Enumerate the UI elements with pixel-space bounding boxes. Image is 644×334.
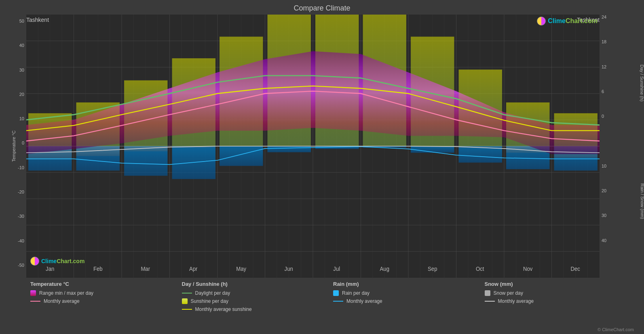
y-axis-right-sunshine-label: Day / Sunshine (h) xyxy=(639,64,644,101)
page-title: Compare Climate xyxy=(4,4,640,13)
legend-swatch-snow xyxy=(485,290,490,296)
legend-swatch-rain xyxy=(333,290,339,296)
legend-title-temperature: Temperature °C xyxy=(30,281,182,287)
legend-swatch-sunshine xyxy=(182,298,188,304)
y-tick-right-20: 20 xyxy=(602,188,640,193)
brand-text-top: ClimeChart.com xyxy=(548,17,598,25)
y-axis-left-label: Temperature °C xyxy=(11,130,16,162)
brand-text-bottom: ClimeChart.com xyxy=(41,258,84,264)
y-axis-right: 24 18 12 6 0 0 10 20 30 40 - Day / Sunsh… xyxy=(600,15,640,278)
chart-area: Temperature °C 50 40 30 20 10 0 -10 -20 … xyxy=(4,15,640,278)
brand-logo-top: ClimeChart.com xyxy=(537,17,598,26)
y-tick-n20: -20 xyxy=(18,189,24,194)
legend-label-daylight: Daylight per day xyxy=(195,290,230,296)
legend-item-snow-bar: Snow per day xyxy=(485,290,636,296)
y-axis-left: Temperature °C 50 40 30 20 10 0 -10 -20 … xyxy=(4,15,26,278)
svg-text:Nov: Nov xyxy=(523,265,533,272)
legend-section-temperature: Temperature °C Range min / max per day M… xyxy=(30,281,182,324)
chart-svg: Jan Feb Mar Apr May Jun Jul Aug Sep Oct … xyxy=(26,15,600,278)
legend-area: Temperature °C Range min / max per day M… xyxy=(4,278,640,326)
legend-item-rain-bar: Rain per day xyxy=(333,290,485,296)
legend-label-sunshine-bar: Sunshine per day xyxy=(191,298,228,304)
copyright: © ClimeChart.com xyxy=(4,327,640,332)
svg-rect-61 xyxy=(220,146,263,166)
logo-icon-top xyxy=(537,17,546,26)
y-tick-40: 40 xyxy=(19,43,24,48)
svg-text:Jun: Jun xyxy=(285,265,293,272)
y-tick-n50: -50 xyxy=(18,263,24,268)
svg-text:Dec: Dec xyxy=(571,265,580,272)
y-tick-20: 20 xyxy=(19,92,24,97)
legend-line-temp-avg xyxy=(30,301,40,302)
svg-text:Jan: Jan xyxy=(46,265,54,272)
legend-section-snow: Snow (mm) Snow per day Monthly average xyxy=(485,281,636,324)
legend-title-rain: Rain (mm) xyxy=(333,281,485,287)
y-tick-right-12: 12 xyxy=(602,64,640,69)
svg-rect-62 xyxy=(268,146,311,152)
legend-item-temp-avg: Monthly average xyxy=(30,298,182,304)
brand-logo-bottom: ClimeChart.com xyxy=(30,257,84,266)
svg-text:Oct: Oct xyxy=(476,265,484,272)
logo-icon-bottom xyxy=(30,257,39,266)
legend-title-snow: Snow (mm) xyxy=(485,281,636,287)
legend-item-snow-avg: Monthly average xyxy=(485,298,636,304)
legend-title-sunshine: Day / Sunshine (h) xyxy=(182,281,334,287)
y-tick-50: 50 xyxy=(19,19,24,23)
chart-inner: Tashkent Tashkent ClimeChart.com ClimeCh… xyxy=(26,15,600,278)
legend-section-rain: Rain (mm) Rain per day Monthly average xyxy=(333,281,485,324)
svg-text:Aug: Aug xyxy=(380,265,389,272)
legend-item-sunshine-bar: Sunshine per day xyxy=(182,298,334,304)
svg-text:Apr: Apr xyxy=(189,265,198,272)
y-tick-n30: -30 xyxy=(18,214,24,219)
legend-label-rain-avg: Monthly average xyxy=(346,298,382,304)
legend-section-sunshine: Day / Sunshine (h) Daylight per day Suns… xyxy=(182,281,334,324)
y-tick-right-6: 6 xyxy=(602,89,640,94)
main-container: Compare Climate Temperature °C 50 40 30 … xyxy=(0,0,644,334)
y-tick-right-24: 24 xyxy=(602,15,640,19)
svg-text:May: May xyxy=(236,265,247,272)
legend-line-snow-avg xyxy=(485,301,495,302)
y-tick-right-40: 40 xyxy=(602,238,640,243)
legend-item-rain-avg: Monthly average xyxy=(333,298,485,304)
y-tick-right-30: 30 xyxy=(602,213,640,218)
legend-line-daylight xyxy=(182,293,192,294)
y-tick-right-10: 10 xyxy=(602,164,640,168)
svg-text:Feb: Feb xyxy=(93,265,103,272)
svg-rect-66 xyxy=(459,146,502,163)
svg-text:Sep: Sep xyxy=(428,265,437,272)
legend-item-sunshine-avg: Monthly average sunshine xyxy=(182,306,334,312)
y-tick-right-18: 18 xyxy=(602,39,640,44)
legend-label-snow-bar: Snow per day xyxy=(494,290,523,296)
legend-label-temp-range: Range min / max per day xyxy=(39,290,93,296)
y-tick-10: 10 xyxy=(19,116,24,121)
svg-text:Mar: Mar xyxy=(141,265,150,272)
y-tick-n10: -10 xyxy=(18,165,24,170)
legend-swatch-temp-range xyxy=(30,290,36,296)
svg-text:Jul: Jul xyxy=(333,265,340,272)
legend-label-rain-bar: Rain per day xyxy=(342,290,370,296)
y-tick-0: 0 xyxy=(22,140,24,145)
legend-label-snow-avg: Monthly average xyxy=(498,298,534,304)
y-tick-30: 30 xyxy=(19,68,24,72)
legend-line-rain-avg xyxy=(333,301,343,302)
legend-item-temp-range: Range min / max per day xyxy=(30,290,182,296)
legend-line-sunshine-avg xyxy=(182,309,192,310)
y-axis-right-rain-label: Rain / Snow (mm) xyxy=(640,183,644,219)
legend-label-sunshine-avg: Monthly average sunshine xyxy=(195,306,252,312)
legend-label-temp-avg: Monthly average xyxy=(44,298,80,304)
y-tick-right-0: 0 xyxy=(602,114,640,119)
location-label-left: Tashkent xyxy=(26,17,49,23)
y-tick-n40: -40 xyxy=(18,238,24,243)
legend-item-daylight: Daylight per day xyxy=(182,290,334,296)
